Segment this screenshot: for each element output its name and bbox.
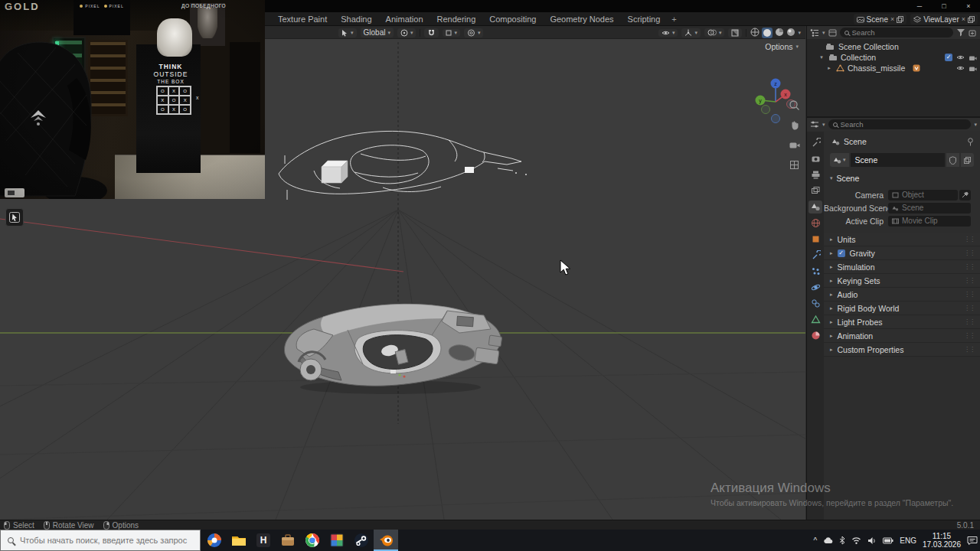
section-simulation[interactable]: ▸ Simulation ⋮⋮ xyxy=(824,260,980,274)
outliner-row-collection[interactable]: ▾ Collection ✓ xyxy=(807,52,980,63)
section-animation[interactable]: ▸ Animation ⋮⋮ xyxy=(824,329,980,343)
outliner-row-scene-collection[interactable]: Scene Collection xyxy=(807,41,980,52)
pan-tool-button[interactable] xyxy=(789,119,800,134)
tab-output[interactable] xyxy=(808,168,822,181)
checkbox-icon[interactable]: ✓ xyxy=(945,54,952,61)
case-launcher-button[interactable] xyxy=(276,530,300,551)
scene-selector[interactable]: Scene × xyxy=(854,14,907,24)
drag-dots-icon[interactable]: ⋮⋮ xyxy=(964,249,975,256)
render-camera-icon[interactable] xyxy=(969,65,977,72)
remove-viewlayer-icon[interactable]: × xyxy=(962,15,965,23)
tweak-mode-dropdown[interactable]: ▾ xyxy=(338,28,357,37)
toggle-xray-button[interactable] xyxy=(728,28,742,37)
eyedropper-button[interactable] xyxy=(959,190,971,201)
pivot-point-dropdown[interactable]: ▾ xyxy=(397,28,416,37)
viewport-options-dropdown[interactable]: Options ▾ xyxy=(765,42,799,51)
drag-dots-icon[interactable]: ⋮⋮ xyxy=(964,291,975,298)
pin-icon[interactable] xyxy=(967,138,974,146)
shading-wireframe-button[interactable] xyxy=(750,26,760,40)
camera-view-button[interactable] xyxy=(789,139,800,154)
taskbar-search[interactable] xyxy=(0,530,201,551)
wifi-icon[interactable] xyxy=(851,536,861,544)
snap-with-dropdown[interactable]: ▾ xyxy=(443,29,460,37)
shading-material-button[interactable] xyxy=(775,26,784,40)
unlink-scene-icon[interactable]: × xyxy=(890,15,894,23)
fake-user-button[interactable] xyxy=(946,153,959,167)
tab-scene[interactable] xyxy=(808,201,822,214)
object-visibility-dropdown[interactable]: ▾ xyxy=(658,29,678,37)
tab-compositing[interactable]: Compositing xyxy=(482,13,543,26)
transform-orientation-dropdown[interactable]: Global ▾ xyxy=(361,28,394,37)
viewlayer-selector[interactable]: ViewLayer × xyxy=(910,14,978,24)
section-light-probes[interactable]: ▸ Light Probes ⋮⋮ xyxy=(824,315,980,329)
tab-material[interactable] xyxy=(808,329,822,342)
toggle-ortho-button[interactable] xyxy=(789,159,800,174)
gravity-checkbox[interactable]: ✓ xyxy=(838,249,845,257)
section-keying-sets[interactable]: ▸ Keying Sets ⋮⋮ xyxy=(824,274,980,288)
tab-world[interactable] xyxy=(808,217,822,230)
file-explorer-button[interactable] xyxy=(227,530,251,551)
properties-search[interactable]: Search xyxy=(828,119,972,129)
drag-dots-icon[interactable]: ⋮⋮ xyxy=(964,277,975,284)
show-overlays-toggle[interactable]: ▾ xyxy=(704,28,725,37)
show-gizmo-toggle[interactable]: ▾ xyxy=(681,28,701,37)
add-workspace-button[interactable]: + xyxy=(667,13,681,26)
tray-expand-button[interactable]: ^ xyxy=(814,536,818,545)
steam-button[interactable] xyxy=(349,530,374,551)
tab-texture-paint[interactable]: Texture Paint xyxy=(271,13,334,26)
tab-physics[interactable] xyxy=(808,281,822,294)
scene-datablock-dropdown[interactable]: ▾ xyxy=(830,153,849,167)
hide-eye-icon[interactable] xyxy=(956,54,965,60)
snap-toggle[interactable] xyxy=(424,28,439,37)
tab-scripting[interactable]: Scripting xyxy=(621,13,668,26)
chevron-down-icon[interactable]: ▾ xyxy=(822,30,825,36)
tab-animation[interactable]: Animation xyxy=(379,13,430,26)
browser-app-button[interactable] xyxy=(202,530,227,551)
battery-icon[interactable] xyxy=(883,537,893,544)
section-gravity[interactable]: ▸ ✓ Gravity ⋮⋮ xyxy=(824,246,980,260)
game-launcher-button[interactable] xyxy=(325,530,349,551)
new-collection-icon[interactable] xyxy=(969,29,977,37)
hide-eye-icon[interactable] xyxy=(956,65,965,71)
taskbar-search-input[interactable] xyxy=(20,536,193,545)
expander-icon[interactable]: ▾ xyxy=(818,54,825,60)
properties-editor-icon[interactable] xyxy=(810,120,819,129)
drag-dots-icon[interactable]: ⋮⋮ xyxy=(964,346,975,353)
blender-app-button[interactable] xyxy=(374,530,398,551)
scene-section-header[interactable]: ▾ Scene xyxy=(824,171,980,185)
tab-rendering[interactable]: Rendering xyxy=(430,13,483,26)
tab-tool[interactable] xyxy=(808,136,822,149)
solid-chassis-model[interactable] xyxy=(276,298,505,398)
scene-name-field[interactable]: Scene xyxy=(851,153,945,167)
tab-geometry-nodes[interactable]: Geometry Nodes xyxy=(543,13,620,26)
cloud-icon[interactable] xyxy=(823,536,833,544)
outliner-search[interactable]: Search xyxy=(840,28,953,37)
tab-particles[interactable] xyxy=(808,265,822,278)
section-rigid-body-world[interactable]: ▸ Rigid Body World ⋮⋮ xyxy=(824,302,980,315)
close-button[interactable]: × xyxy=(957,0,980,12)
minimize-button[interactable]: ─ xyxy=(908,0,931,12)
section-custom-properties[interactable]: ▸ Custom Properties ⋮⋮ xyxy=(824,343,980,357)
chevron-down-icon[interactable]: ▾ xyxy=(822,122,825,128)
wireframe-chassis-model[interactable] xyxy=(268,126,532,210)
tab-object-data[interactable] xyxy=(808,313,822,326)
section-audio[interactable]: ▸ Audio ⋮⋮ xyxy=(824,288,980,302)
expander-icon[interactable]: ▸ xyxy=(825,65,833,71)
drag-dots-icon[interactable]: ⋮⋮ xyxy=(964,263,975,270)
chevron-down-icon[interactable]: ▾ xyxy=(974,122,977,128)
shading-rendered-button[interactable] xyxy=(786,26,795,40)
render-camera-icon[interactable] xyxy=(969,54,977,61)
drag-dots-icon[interactable]: ⋮⋮ xyxy=(964,318,975,325)
camera-field[interactable]: Object xyxy=(888,190,958,201)
shading-solid-button[interactable] xyxy=(762,28,773,38)
drag-dots-icon[interactable]: ⋮⋮ xyxy=(964,332,975,339)
new-scene-icon[interactable] xyxy=(897,16,903,23)
active-clip-field[interactable]: Movie Clip xyxy=(888,216,971,227)
action-center-icon[interactable] xyxy=(967,536,978,545)
section-units[interactable]: ▸ Units ⋮⋮ xyxy=(824,233,980,246)
chrome-button[interactable] xyxy=(300,530,325,551)
active-tool-button[interactable] xyxy=(5,208,24,227)
bluetooth-icon[interactable] xyxy=(839,536,845,545)
tray-language[interactable]: ENG xyxy=(900,536,916,545)
drag-dots-icon[interactable]: ⋮⋮ xyxy=(964,305,975,311)
